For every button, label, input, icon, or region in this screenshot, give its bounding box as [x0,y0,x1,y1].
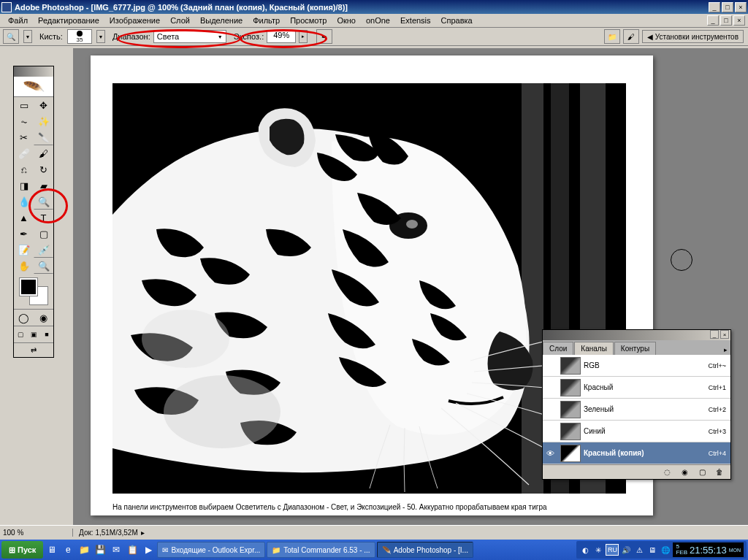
menu-window[interactable]: Окно [332,15,361,26]
close-button[interactable]: × [735,2,747,12]
shape-tool[interactable]: ▢ [34,226,53,242]
move-tool[interactable]: ✥ [34,97,53,113]
save-selection-button[interactable]: ◉ [678,467,691,478]
menu-layer[interactable]: Слой [165,15,195,26]
panel-minimize-button[interactable]: _ [710,330,719,339]
menu-onone[interactable]: onOne [361,15,395,26]
language-indicator[interactable]: RU [606,544,619,556]
marquee-tool[interactable]: ▭ [14,97,34,113]
tab-paths[interactable]: Контуры [614,342,656,355]
dodge-tool[interactable]: 🔍 [34,193,53,210]
foreground-color[interactable] [20,278,37,296]
quicklaunch-app4[interactable]: 📋 [125,542,140,557]
menu-view[interactable]: Просмотр [285,15,332,26]
screen-mode-full[interactable]: ■ [40,326,53,342]
menu-help[interactable]: Справка [436,15,478,26]
menu-file[interactable]: Файл [3,15,33,26]
eyedropper-tool[interactable]: 💉 [34,242,53,258]
standard-mode[interactable]: ◯ [14,310,34,326]
doc-maximize-button[interactable]: □ [720,15,732,26]
type-tool[interactable]: T [34,210,53,226]
channel-red[interactable]: Красный Ctrl+1 [543,377,730,399]
tab-layers[interactable]: Слои [543,342,573,355]
jump-to-imageready[interactable]: ⇄ [14,342,53,357]
healing-brush-tool[interactable]: 🩹 [14,145,34,161]
notes-tool[interactable]: 📝 [14,242,34,258]
svg-rect-1 [522,83,543,494]
doc-close-button[interactable]: × [733,15,745,26]
quicklaunch-app5[interactable]: ▶ [141,542,156,557]
history-brush-tool[interactable]: ↻ [34,161,53,177]
tray-icon[interactable]: 🖥 [646,544,658,556]
dodge-tool-indicator[interactable]: 🔍 [3,29,19,44]
channel-blue[interactable]: Синий Ctrl+3 [543,421,730,442]
quicklaunch-app1[interactable]: 📁 [77,542,91,557]
menu-select[interactable]: Выделение [195,15,248,26]
panel-titlebar[interactable]: _ × [543,330,730,340]
task-photoshop[interactable]: 🪶 Adobe Photoshop - [I... [377,542,473,558]
zoom-tool[interactable]: 🔍 [34,258,53,274]
airbrush-toggle[interactable]: ✒ [316,29,332,44]
channel-red-copy[interactable]: 👁 Красный (копия) Ctrl+4 [543,442,730,464]
tray-icon[interactable]: 🔊 [620,544,632,556]
minimize-button[interactable]: _ [709,2,720,12]
tray-icon[interactable]: ⚠ [633,544,645,556]
slice-tool[interactable]: 🔪 [34,129,53,145]
brushes-palette-button[interactable]: 🖌 [623,29,639,44]
quicklaunch-ie[interactable]: e [61,542,75,557]
menu-filter[interactable]: Фильтр [248,15,285,26]
magic-wand-tool[interactable]: ✨ [34,113,53,129]
load-selection-button[interactable]: ◌ [660,467,673,478]
quicklaunch-desktop[interactable]: 🖥 [45,542,59,557]
file-browser-button[interactable]: 📁 [604,29,620,44]
menu-extensis[interactable]: Extensis [395,15,436,26]
photoshop-logo[interactable]: 🪶 [14,77,53,97]
toolbox-header[interactable] [14,66,53,77]
delete-channel-button[interactable]: 🗑 [713,467,726,478]
channel-green[interactable]: Зеленый Ctrl+2 [543,399,730,421]
exposure-slider-button[interactable]: ▸ [299,30,308,43]
start-button[interactable]: ⊞Пуск [1,541,43,559]
eraser-tool[interactable]: ◨ [14,177,34,193]
window-title: Adobe Photoshop - [IMG_6777.jpg @ 100% (… [15,3,348,12]
tool-preset-dropdown[interactable]: ▼ [23,30,32,43]
zoom-level[interactable]: 100 % [0,529,73,537]
tray-icon[interactable]: ◐ [579,544,591,556]
panel-menu-button[interactable]: ▸ [720,345,730,355]
channel-rgb[interactable]: RGB Ctrl+~ [543,355,730,377]
tool-presets-button[interactable]: ◀ Установки инструментов [642,30,744,43]
tray-icon[interactable]: 🌐 [660,544,671,556]
panel-close-button[interactable]: × [720,330,729,339]
exposure-input[interactable]: 49% [267,30,296,43]
pen-tool[interactable]: ✒ [14,226,34,242]
path-selection-tool[interactable]: ▲ [14,210,34,226]
brush-preview[interactable]: 35 [67,29,92,44]
brush-tool[interactable]: 🖌 [34,145,53,161]
menu-edit[interactable]: Редактирование [33,15,104,26]
menu-image[interactable]: Изображение [104,15,165,26]
task-totalcommander[interactable]: 📁 Total Commander 6.53 - ... [267,542,375,558]
tab-channels[interactable]: Каналы [574,342,614,355]
screen-mode-full-menu[interactable]: ▣ [27,326,40,342]
tray-icon[interactable]: ✳ [592,544,604,556]
visibility-toggle[interactable]: 👁 [543,449,557,458]
quicklaunch-app3[interactable]: ✉ [109,542,123,557]
screen-mode-standard[interactable]: ▢ [14,326,27,342]
crop-tool[interactable]: ✂ [14,129,34,145]
blur-tool[interactable]: 💧 [14,193,34,210]
quickmask-mode[interactable]: ◉ [34,310,53,326]
panel-footer: ◌ ◉ ▢ 🗑 [543,464,730,479]
lasso-tool[interactable]: ⏦ [14,113,34,129]
task-outlook[interactable]: ✉ Входящие - Outlook Expr... [157,542,265,558]
range-select[interactable]: Света ▼ [153,30,226,43]
hand-tool[interactable]: ✋ [14,258,34,274]
range-label: Диапазон: [112,32,150,41]
gradient-tool[interactable]: ▰ [34,177,53,193]
new-channel-button[interactable]: ▢ [695,467,709,478]
brush-dropdown[interactable]: ▼ [96,30,105,43]
quicklaunch-app2[interactable]: 💾 [93,542,107,557]
clone-stamp-tool[interactable]: ⎌ [14,161,34,177]
maximize-button[interactable]: □ [722,2,733,12]
taskbar-clock[interactable]: 5FEB 21:55:13 MON [673,542,744,557]
doc-minimize-button[interactable]: _ [707,15,719,26]
